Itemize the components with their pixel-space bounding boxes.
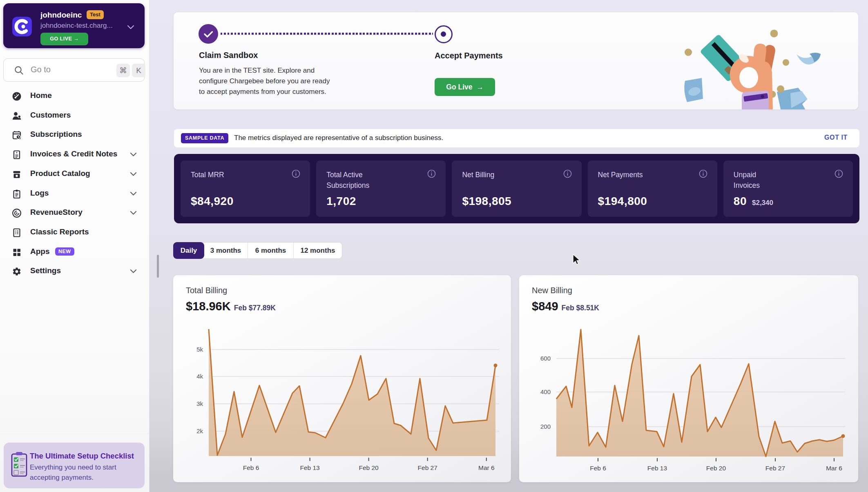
svg-text:Feb 6: Feb 6 [243,464,259,471]
svg-text:Feb 13: Feb 13 [647,465,667,472]
svg-text:5k: 5k [196,346,203,353]
svg-text:Feb 27: Feb 27 [418,464,437,471]
svg-text:600: 600 [540,355,551,362]
svg-text:Mar 6: Mar 6 [478,464,495,471]
svg-text:4k: 4k [196,373,203,380]
svg-text:Feb 27: Feb 27 [765,465,785,472]
svg-text:Feb 6: Feb 6 [590,465,606,472]
svg-text:Mar 6: Mar 6 [826,465,842,472]
svg-text:Feb 13: Feb 13 [300,464,319,471]
svg-text:400: 400 [540,388,551,395]
svg-text:Feb 20: Feb 20 [359,464,379,471]
svg-text:200: 200 [540,423,551,430]
svg-text:Feb 20: Feb 20 [706,465,726,472]
svg-text:3k: 3k [196,400,203,407]
svg-text:2k: 2k [196,427,203,434]
